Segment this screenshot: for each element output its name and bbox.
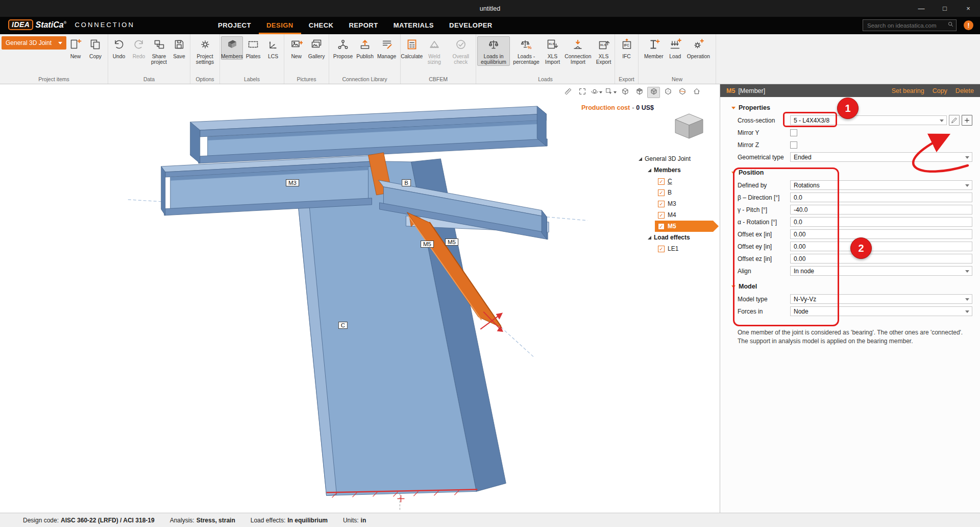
ribbon-new-button[interactable]: New (66, 36, 85, 60)
model-type-dropdown[interactable]: N-Vy-Vz (790, 294, 972, 304)
ribbon-member-button[interactable]: Member (643, 36, 665, 60)
set-bearing-button[interactable]: Set bearing (892, 87, 924, 94)
ribbon-operation-button[interactable]: Operation (685, 36, 712, 60)
copy-member-button[interactable]: Copy (933, 87, 947, 94)
viewport-home-button[interactable] (690, 87, 703, 98)
chevron-down-icon[interactable] (940, 119, 944, 122)
chevron-down-icon[interactable] (965, 310, 969, 313)
viewport-canvas[interactable] (0, 84, 720, 512)
viewport-cube-wire-button[interactable] (619, 87, 631, 98)
member-m3-mesh[interactable] (161, 156, 373, 215)
mirror-y-checkbox[interactable] (790, 129, 797, 136)
expander-icon[interactable] (648, 169, 651, 172)
tree-item-m3[interactable]: ✓M3 (631, 198, 719, 209)
ribbon-manage-button[interactable]: Manage (376, 36, 398, 60)
ribbon-connection-import-button[interactable]: Connection Import (563, 36, 593, 66)
expander-icon[interactable] (648, 236, 651, 239)
ribbon-xls-export-button[interactable]: XLSXLS Export (594, 36, 614, 66)
ribbon-share-project-button[interactable]: Share project (149, 36, 169, 66)
ribbon-publish-button[interactable]: Publish (355, 36, 375, 60)
notification-icon[interactable]: ! (964, 20, 973, 30)
pitch-input[interactable]: -40.0 (790, 205, 972, 214)
menu-tab-design[interactable]: DESIGN (259, 17, 301, 34)
tree-checkbox[interactable]: ✓ (658, 189, 665, 196)
ribbon-loads-percentage-button[interactable]: %Loads - percentage (510, 36, 542, 66)
viewport-fit-button[interactable] (576, 87, 589, 98)
viewport-clip-button[interactable] (676, 87, 689, 98)
search-icon[interactable] (947, 20, 954, 30)
viewport-cube-edges-button[interactable] (662, 87, 674, 98)
viewport-cube-solid-button[interactable] (633, 87, 646, 98)
edit-cross-section-button[interactable] (949, 115, 960, 126)
ribbon-plates-button[interactable]: Plates (243, 36, 263, 60)
ribbon-load-button[interactable]: Load (666, 36, 685, 60)
offset-ex-in-input[interactable]: 0.00 (790, 229, 972, 239)
section-chevron-icon[interactable] (731, 285, 736, 288)
chevron-down-icon[interactable] (965, 156, 969, 159)
add-cross-section-button[interactable] (962, 115, 972, 126)
tree-item-m5[interactable]: ✓M5 (631, 221, 719, 232)
ribbon-ifc-button[interactable]: IFCIFC (617, 36, 636, 60)
menu-tab-materials[interactable]: MATERIALS (386, 17, 442, 34)
ribbon-save-button[interactable]: Save (169, 36, 189, 60)
ribbon-xls-import-button[interactable]: XLSXLS Import (543, 36, 562, 66)
search-input[interactable] (866, 22, 947, 29)
close-button[interactable]: × (957, 0, 980, 17)
viewport-orbit-button[interactable] (590, 87, 603, 98)
menu-tab-check[interactable]: CHECK (301, 17, 341, 34)
tree-item-le1[interactable]: ✓LE1 (631, 243, 719, 254)
chevron-down-icon[interactable] (614, 91, 617, 93)
tree-checkbox[interactable]: ✓ (658, 201, 665, 207)
delete-member-button[interactable]: Delete (955, 87, 974, 94)
section-chevron-icon[interactable] (731, 107, 736, 109)
forces-in-dropdown[interactable]: Node (790, 306, 972, 316)
ribbon-project-settings-button[interactable]: Project settings (191, 36, 218, 66)
member-label-m5b[interactable]: M5 (445, 238, 458, 246)
mirror-z-checkbox[interactable] (790, 141, 797, 149)
cross-section-dropdown[interactable]: 5 - L4X4X3/8 (790, 115, 947, 125)
tree-checkbox[interactable]: ✓ (658, 223, 665, 230)
search-box[interactable] (863, 19, 957, 31)
tree-group-members[interactable]: Members (631, 164, 719, 176)
top-beam-mesh[interactable] (190, 106, 547, 163)
tree-checkbox[interactable]: ✓ (658, 178, 665, 185)
geometrical-type-dropdown[interactable]: Ended (790, 152, 972, 162)
ribbon-propose-button[interactable]: Propose (332, 36, 354, 60)
chevron-down-icon[interactable] (965, 298, 969, 301)
viewport-select-button[interactable] (604, 87, 617, 98)
ribbon-loads-in-equilibrium-button[interactable]: Loads in equilibrium (477, 36, 510, 66)
tree-group-load-effects[interactable]: Load effects (631, 232, 719, 243)
tree-item-c[interactable]: ✓C (631, 176, 719, 187)
tree-item-b[interactable]: ✓B (631, 187, 719, 198)
tree-checkbox[interactable]: ✓ (658, 246, 665, 252)
expander-icon[interactable] (639, 157, 642, 161)
ribbon-calculate-button[interactable]: Calculate (402, 36, 422, 60)
menu-tab-report[interactable]: REPORT (341, 17, 385, 34)
tree-checkbox[interactable]: ✓ (658, 212, 665, 219)
member-label-m5a[interactable]: M5 (421, 241, 434, 248)
maximize-button[interactable]: □ (933, 0, 957, 17)
member-label-c[interactable]: C (338, 322, 348, 329)
tree-root[interactable]: General 3D Joint (631, 153, 719, 164)
member-label-b[interactable]: B (402, 179, 411, 186)
ribbon-copy-button[interactable]: Copy (86, 36, 105, 60)
tree-item-m4[interactable]: ✓M4 (631, 209, 719, 221)
chevron-down-icon[interactable] (965, 270, 969, 273)
direction-input[interactable]: 0.0 (790, 193, 972, 202)
chevron-down-icon[interactable] (965, 184, 969, 187)
menu-tab-project[interactable]: PROJECT (210, 17, 259, 34)
chevron-down-icon[interactable] (599, 91, 602, 93)
rotation-input[interactable]: 0.0 (790, 217, 972, 227)
viewport[interactable]: Production cost-0 US$ M3 B M5 M5 C Gener… (0, 84, 720, 513)
offset-ey-in-input[interactable]: 0.00 (790, 242, 972, 251)
minimize-button[interactable]: — (910, 0, 933, 17)
viewport-measure-button[interactable] (561, 87, 574, 98)
ribbon-members-button[interactable]: Members (221, 36, 243, 60)
ribbon-lcs-button[interactable]: LCS (263, 36, 283, 60)
section-chevron-icon[interactable] (731, 172, 736, 174)
menu-tab-developer[interactable]: DEVELOPER (442, 17, 500, 34)
joint-type-select[interactable]: General 3D Joint (2, 36, 66, 50)
viewport-cube-shaded-button[interactable] (647, 87, 660, 98)
ribbon-undo-button[interactable]: Undo (109, 36, 129, 60)
ribbon-gallery-button[interactable]: Gallery (307, 36, 327, 60)
